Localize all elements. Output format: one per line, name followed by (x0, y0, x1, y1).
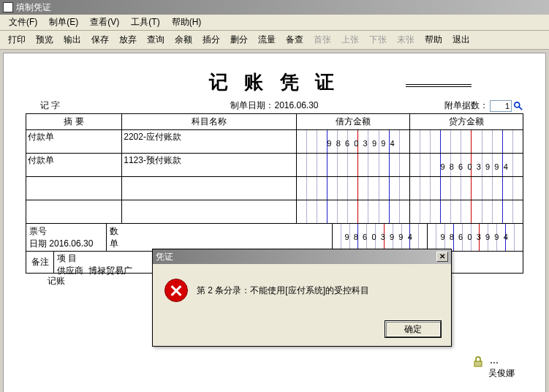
cell-summary[interactable]: 付款单 (26, 154, 122, 177)
cell-credit[interactable] (409, 177, 523, 200)
tool-export[interactable]: 输出 (58, 34, 86, 46)
tool-help[interactable]: 帮助 (420, 34, 447, 46)
col-debit: 借方金额 (296, 114, 409, 130)
cell-subject[interactable]: 2202-应付账款 (122, 130, 297, 154)
tool-query[interactable]: 查询 (142, 34, 170, 46)
supplier-name: 博禄贸易广 (88, 265, 132, 276)
document-title: 记 账 凭 证 (26, 69, 523, 95)
table-row[interactable]: 付款单1123-预付账款98603994 (26, 154, 523, 177)
attachment-label: 附单据数： (444, 99, 488, 112)
tool-flow[interactable]: 流量 (253, 34, 281, 46)
tool-print[interactable]: 打印 (3, 34, 31, 46)
debit-total: 98603994 (333, 224, 428, 251)
cell-debit[interactable] (296, 154, 409, 177)
tool-prev: 上张 (336, 34, 364, 46)
tool-last: 末张 (392, 34, 420, 46)
cell-summary[interactable] (26, 200, 122, 224)
tool-first: 首张 (308, 34, 336, 46)
cell-credit[interactable] (409, 200, 523, 224)
menu-voucher[interactable]: 制单(E) (43, 16, 84, 29)
cell-subject[interactable] (122, 177, 297, 200)
remark-label: 备注 (26, 252, 54, 273)
cell-debit[interactable] (296, 177, 409, 200)
cell-subject[interactable]: 1123-预付账款 (122, 154, 297, 177)
date-label: 制单日期： (230, 100, 274, 110)
table-row[interactable] (26, 200, 523, 224)
tool-preview[interactable]: 预览 (31, 34, 58, 46)
footer-totals: 票号 日期 2016.06.30 数 单 98603994 98603994 (26, 224, 523, 252)
tool-delete[interactable]: 删分 (225, 34, 253, 46)
tool-abandon[interactable]: 放弃 (114, 34, 142, 46)
tool-insert[interactable]: 插分 (197, 34, 225, 46)
svg-rect-2 (474, 361, 482, 366)
voucher-table: 摘 要 科目名称 借方金额 贷方金额 付款单2202-应付账款98603994付… (26, 113, 523, 224)
menu-view[interactable]: 查看(V) (84, 16, 125, 29)
dialog-message: 第 2 条分录：不能使用[应付系统]的受控科目 (197, 284, 369, 297)
dialog-close-button[interactable]: ✕ (436, 252, 448, 262)
cell-subject[interactable] (122, 200, 297, 224)
menubar: 文件(F) 制单(E) 查看(V) 工具(T) 帮助(H) (0, 15, 549, 31)
foot-date-label: 日期 (29, 238, 47, 249)
error-dialog: 凭证 ✕ 第 2 条分录：不能使用[应付系统]的受控科目 确定 (152, 249, 452, 347)
col-summary: 摘 要 (26, 114, 122, 130)
voucher-date: 制单日期：2016.06.30 (143, 99, 406, 112)
tool-exit[interactable]: 退出 (447, 34, 475, 46)
date-value: 2016.06.30 (274, 100, 318, 110)
qty-label: 数 (110, 225, 329, 238)
voucher-type-label: 记 字 (26, 99, 143, 112)
title-underline (406, 84, 472, 85)
tool-memo[interactable]: 备查 (281, 34, 308, 46)
dialog-ok-button[interactable]: 确定 (385, 321, 441, 337)
tool-next: 下张 (364, 34, 392, 46)
lock-icon (472, 356, 484, 368)
reviewer-name: 吴俊娜 (488, 367, 515, 380)
col-credit: 贷方金额 (409, 114, 523, 130)
cell-credit[interactable] (409, 130, 523, 154)
tool-balance[interactable]: 余额 (170, 34, 197, 46)
menu-tools[interactable]: 工具(T) (125, 16, 165, 29)
foot-date: 2016.06.30 (49, 238, 93, 249)
tool-save[interactable]: 保存 (86, 34, 114, 46)
col-subject: 科目名称 (122, 114, 297, 130)
cell-debit[interactable] (296, 200, 409, 224)
more-icon[interactable]: ⋯ (490, 358, 499, 368)
cell-summary[interactable] (26, 177, 122, 200)
credit-total: 98603994 (428, 224, 523, 251)
cell-summary[interactable]: 付款单 (26, 130, 122, 154)
window-titlebar: 填制凭证 (0, 0, 549, 15)
app-icon (3, 2, 13, 12)
window-title: 填制凭证 (16, 1, 546, 14)
menu-help[interactable]: 帮助(H) (166, 16, 208, 29)
title-underline-2 (406, 86, 472, 87)
svg-point-0 (515, 102, 520, 107)
supplier-label: 供应商 (57, 265, 83, 276)
dialog-title: 凭证 (156, 251, 436, 263)
menu-file[interactable]: 文件(F) (3, 16, 43, 29)
toolbar: 打印 预览 输出 保存 放弃 查询 余额 插分 删分 流量 备查 首张 上张 下… (0, 31, 549, 50)
table-row[interactable]: 付款单2202-应付账款98603994 (26, 130, 523, 154)
search-icon[interactable] (513, 101, 523, 111)
attachment-input[interactable] (490, 100, 512, 112)
journal-label: 记账 (48, 275, 91, 287)
table-row[interactable] (26, 177, 523, 200)
cell-debit[interactable]: 98603994 (296, 130, 409, 154)
svg-line-1 (519, 106, 522, 109)
error-icon (164, 279, 188, 302)
cell-credit[interactable]: 98603994 (409, 154, 523, 177)
bill-no-label: 票号 (29, 225, 103, 238)
